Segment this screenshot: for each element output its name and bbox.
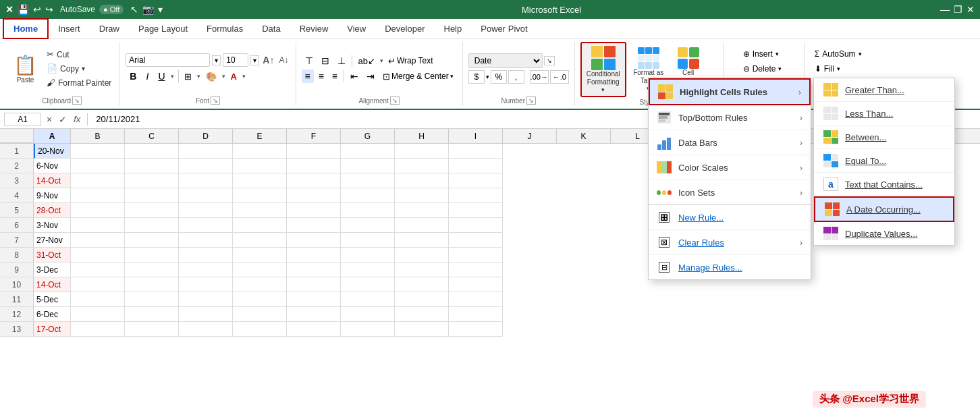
cell-d11[interactable]	[179, 292, 233, 307]
cell-d1[interactable]	[179, 144, 233, 159]
cell-e12[interactable]	[233, 307, 287, 322]
row-header[interactable]: 5	[0, 203, 34, 218]
row-header[interactable]: 9	[0, 263, 34, 277]
font-color-button[interactable]: A	[227, 70, 241, 84]
increase-decimal[interactable]: .00→	[530, 70, 549, 84]
cell-g9[interactable]	[341, 263, 395, 277]
cell-g7[interactable]	[341, 233, 395, 248]
cell-h12[interactable]	[395, 307, 449, 322]
row-header[interactable]: 4	[0, 188, 34, 203]
cell-f8[interactable]	[287, 248, 341, 263]
decrease-decimal[interactable]: ←.0	[550, 70, 569, 84]
tab-data[interactable]: Data	[252, 20, 290, 38]
wrap-text-button[interactable]: ↵ Wrap Text	[385, 55, 437, 67]
cell-d4[interactable]	[179, 188, 233, 203]
cell-g5[interactable]	[341, 203, 395, 218]
cell-h5[interactable]	[395, 203, 449, 218]
cell-b5[interactable]	[71, 203, 125, 218]
row-header[interactable]: 13	[0, 322, 34, 337]
align-center[interactable]: ≡	[315, 70, 327, 83]
tab-formulas[interactable]: Formulas	[197, 20, 252, 38]
cell-f7[interactable]	[287, 233, 341, 248]
col-header-i[interactable]: I	[449, 129, 503, 143]
cell-i12[interactable]	[449, 307, 503, 322]
cell-h7[interactable]	[395, 233, 449, 248]
cell-g4[interactable]	[341, 188, 395, 203]
cell-i8[interactable]	[449, 248, 503, 263]
row-header[interactable]: 11	[0, 292, 34, 307]
cf-item-highlight[interactable]: Highlight Cells Rules ›	[649, 78, 811, 105]
cell-b12[interactable]	[71, 307, 125, 322]
tab-draw[interactable]: Draw	[90, 20, 129, 38]
cell-f4[interactable]	[287, 188, 341, 203]
cell-a4[interactable]: 9-Nov	[34, 188, 71, 203]
fx-button[interactable]: fx	[72, 114, 82, 124]
cell-f5[interactable]	[287, 203, 341, 218]
sub-item-greaterthan[interactable]: Greater Than...	[814, 78, 954, 102]
cell-b1[interactable]	[71, 144, 125, 159]
cell-c2[interactable]	[125, 159, 179, 173]
tab-help[interactable]: Help	[435, 20, 472, 38]
cell-e8[interactable]	[233, 248, 287, 263]
col-header-k[interactable]: K	[557, 129, 611, 143]
cell-d6[interactable]	[179, 218, 233, 233]
cell-a5[interactable]: 28-Oct	[34, 203, 71, 218]
fill-color-dropdown[interactable]: ▾	[222, 73, 225, 80]
cell-a11[interactable]: 5-Dec	[34, 292, 71, 307]
cf-item-clearrules[interactable]: ⊠ Clear Rules ›	[649, 230, 811, 255]
cell-f9[interactable]	[287, 263, 341, 277]
qat-save[interactable]: 💾	[18, 4, 29, 15]
cell-d3[interactable]	[179, 173, 233, 188]
cell-b2[interactable]	[71, 159, 125, 173]
border-button[interactable]: ⊞	[180, 70, 196, 84]
cf-item-iconsets[interactable]: Icon Sets ›	[649, 180, 811, 205]
col-header-e[interactable]: E	[233, 129, 287, 143]
insert-button[interactable]: ⊕ Insert ▾	[738, 47, 790, 61]
underline-dropdown[interactable]: ▾	[171, 73, 174, 80]
number-format-dropdown[interactable]: ↘	[544, 56, 555, 65]
cell-a7[interactable]: 27-Nov	[34, 233, 71, 248]
text-direction-dropdown[interactable]: ▾	[380, 57, 383, 64]
sub-item-dateoccurring[interactable]: A Date Occurring...	[814, 196, 954, 222]
row-header[interactable]: 6	[0, 218, 34, 233]
cell-h8[interactable]	[395, 248, 449, 263]
border-dropdown[interactable]: ▾	[197, 73, 200, 80]
percent-btn[interactable]: %	[491, 70, 507, 84]
row-header[interactable]: 3	[0, 173, 34, 188]
cut-button[interactable]: ✂ Cut	[44, 48, 114, 61]
font-size-dropdown[interactable]: ▾	[250, 55, 259, 65]
cell-f3[interactable]	[287, 173, 341, 188]
cell-e10[interactable]	[233, 277, 287, 292]
cell-b7[interactable]	[71, 233, 125, 248]
cell-d2[interactable]	[179, 159, 233, 173]
cell-g6[interactable]	[341, 218, 395, 233]
align-top[interactable]: ⊤	[302, 54, 317, 67]
decrease-indent[interactable]: ⇤	[347, 70, 362, 83]
cell-a12[interactable]: 6-Dec	[34, 307, 71, 322]
cell-i6[interactable]	[449, 218, 503, 233]
cf-item-colorscales[interactable]: Color Scales ›	[649, 155, 811, 180]
paste-button[interactable]: 📋 Paste	[9, 51, 41, 86]
cell-i5[interactable]	[449, 203, 503, 218]
sub-item-textcontains[interactable]: a Text that Contains...	[814, 173, 954, 196]
cell-d9[interactable]	[179, 263, 233, 277]
cell-h10[interactable]	[395, 277, 449, 292]
format-painter-button[interactable]: 🖌 Format Painter	[44, 76, 114, 89]
col-header-c[interactable]: C	[125, 129, 179, 143]
fill-button[interactable]: ⬇ Fill ▾	[811, 62, 866, 76]
cell-e9[interactable]	[233, 263, 287, 277]
cell-c10[interactable]	[125, 277, 179, 292]
window-restore[interactable]: ❐	[954, 4, 962, 15]
tick-button[interactable]: ✓	[57, 114, 68, 125]
cell-e13[interactable]	[233, 322, 287, 337]
cell-h11[interactable]	[395, 292, 449, 307]
copy-button[interactable]: 📄 Copy ▾	[44, 62, 114, 75]
cell-a2[interactable]: 6-Nov	[34, 159, 71, 173]
cf-item-managerules[interactable]: ⊟ Manage Rules...	[649, 255, 811, 279]
align-middle[interactable]: ⊟	[318, 54, 333, 67]
cell-d10[interactable]	[179, 277, 233, 292]
row-header[interactable]: 8	[0, 248, 34, 263]
cell-c4[interactable]	[125, 188, 179, 203]
cf-item-newrule[interactable]: ⊞ New Rule...	[649, 205, 811, 230]
qat-camera[interactable]: 📷	[142, 4, 154, 15]
